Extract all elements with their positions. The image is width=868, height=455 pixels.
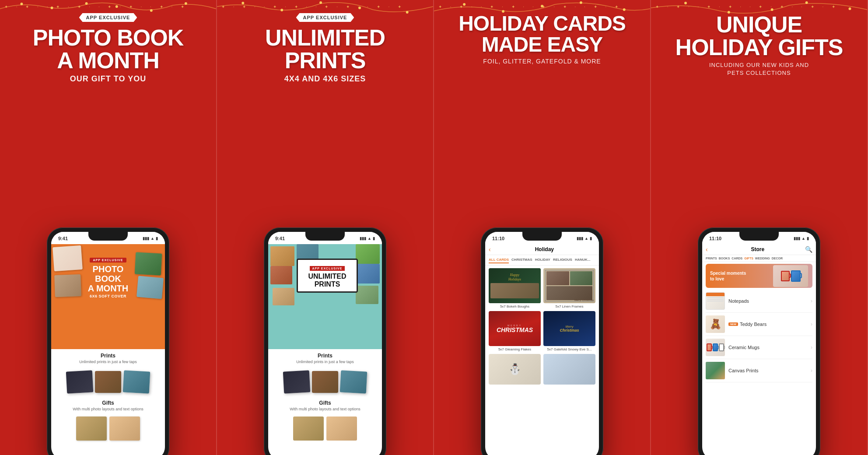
gleaming-christmas: CHRISTMAS <box>497 327 533 333</box>
hero-mug-2 <box>791 270 801 282</box>
panel-3: HOLIDAY CARDSMADE EASY FOIL, GLITTER, GA… <box>434 0 651 455</box>
panel-4-title: UNIQUEHOLIDAY GIFTS <box>660 13 858 59</box>
cards-row-2: ⛄ <box>485 354 599 387</box>
gatefold-merry: Merry <box>560 325 579 328</box>
mug-item-3 <box>719 343 724 351</box>
teal-hero: APP EXCLUSIVE UNLIMITEDPRINTS <box>268 244 382 349</box>
card-gleaming-flakes[interactable]: merry CHRISTMAS 5x7 Gleaming Flakes <box>489 311 541 351</box>
phone-frame-2: 9:41 ▮▮▮ ▲ ▮ <box>264 228 386 455</box>
panel-1-title: PHOTO BOOKA MONTH <box>9 26 207 72</box>
phone-screen-3: 11:10 ▮▮▮ ▲ ▮ ‹ Holiday ALL CARDS CHRIST… <box>485 232 599 455</box>
tab-wedding[interactable]: WEDDING <box>755 257 770 260</box>
panel-1-subtitle: OUR GIFT TO YOU <box>9 74 207 84</box>
list-item-notepads[interactable]: Notepads › <box>706 290 812 313</box>
time-1: 9:41 <box>58 236 68 241</box>
snowman-icon: ⛄ <box>508 363 522 375</box>
hero-content-box-1: APP EXCLUSIVE PHOTOBOOKA MONTH 6x6 soft … <box>56 248 160 298</box>
card-gatefold[interactable]: Merry Christmas 5x7 Gatefold Snowy Eve S… <box>543 311 595 351</box>
phone-notch-2 <box>305 232 345 241</box>
panel-1: APP EXCLUSIVE PHOTO BOOKA MONTH OUR GIFT… <box>0 0 217 455</box>
card-bokeh-img: HappyHolidays <box>489 268 541 303</box>
prints-section-2: Prints Unlimited prints in just a few ta… <box>268 349 382 368</box>
card-linen-frames[interactable]: Merry Christmas 5x7 Linen Frames <box>543 268 595 308</box>
time-3: 11:10 <box>492 236 504 241</box>
battery-icon-3: ▮ <box>590 236 592 241</box>
tab-holiday[interactable]: HOLIDAY <box>535 257 550 263</box>
card-extra <box>543 354 595 385</box>
tab-christmas[interactable]: CHRISTMAS <box>511 257 532 263</box>
teal-bg-photo-7 <box>356 286 378 304</box>
search-icon-store[interactable]: 🔍 <box>805 246 812 253</box>
new-badge-teddy: NEW <box>728 322 738 326</box>
tab-religious[interactable]: RELIGIOUS <box>553 257 572 263</box>
list-item-teddy-bears[interactable]: 🧸 NEW Teddy Bears › <box>706 313 812 336</box>
phone-frame-1: 9:41 ▮▮▮ ▲ ▮ APP EXCLUSI <box>47 228 169 455</box>
prints-photos-1 <box>51 368 165 396</box>
status-icons-3: ▮▮▮ ▲ ▮ <box>577 236 592 241</box>
teddy-img: 🧸 <box>706 315 725 333</box>
battery-icon-4: ▮ <box>807 236 809 241</box>
card-gleaming-label: 5x7 Gleaming Flakes <box>489 347 541 351</box>
print-photo-2-1 <box>283 370 311 393</box>
screen-hero-sub-1: 6x6 soft cover <box>56 294 160 298</box>
store-hero: Special momentsto love <box>706 264 812 288</box>
list-item-canvas-prints[interactable]: Canvas Prints › <box>706 359 812 382</box>
phone-screen-4: 11:10 ▮▮▮ ▲ ▮ ‹ Store 🔍 PRINTS BOOK <box>702 232 816 455</box>
phone-mockup-4: 11:10 ▮▮▮ ▲ ▮ ‹ Store 🔍 PRINTS BOOK <box>698 228 820 455</box>
bokeh-photo <box>490 283 539 298</box>
status-icons-2: ▮▮▮ ▲ ▮ <box>360 236 375 241</box>
gifts-sub-1: With multi photo layouts and text option… <box>56 407 160 411</box>
card-linen-label: 5x7 Linen Frames <box>543 304 595 308</box>
canvas-bg <box>706 362 725 379</box>
panel-2: APP EXCLUSIVE UNLIMITEDPRINTS 4x4 AND 4x… <box>217 0 434 455</box>
battery-icon-2: ▮ <box>373 236 375 241</box>
tab-hanukkah[interactable]: HANUK... <box>575 257 591 263</box>
phone-mockup-3: 11:10 ▮▮▮ ▲ ▮ ‹ Holiday ALL CARDS CHRIST… <box>481 228 603 455</box>
list-item-ceramic-mugs[interactable]: Ceramic Mugs › <box>706 336 812 359</box>
store-nav: ‹ Store 🔍 <box>702 244 816 255</box>
gifts-section-2: Gifts With multi photo layouts and text … <box>268 396 382 415</box>
card-gatefold-img: Merry Christmas <box>543 311 595 346</box>
tab-gifts[interactable]: GIFTS <box>744 257 753 260</box>
panel-1-header: APP EXCLUSIVE PHOTO BOOKA MONTH OUR GIFT… <box>0 0 216 88</box>
card-linen-img: Merry Christmas <box>543 268 595 303</box>
screen-badge-1: APP EXCLUSIVE <box>90 258 127 262</box>
wifi-icon-2: ▲ <box>368 236 371 241</box>
mug-handle-2 <box>800 273 802 278</box>
panel-2-subtitle: 4x4 AND 4x6 SIZES <box>226 74 424 84</box>
back-icon-3[interactable]: ‹ <box>489 246 491 253</box>
tab-all-cards[interactable]: ALL CARDS <box>489 257 509 263</box>
notepads-img <box>706 292 725 310</box>
unlim-badge: APP EXCLUSIVE <box>310 266 345 271</box>
status-icons-1: ▮▮▮ ▲ ▮ <box>143 236 158 241</box>
phone-screen-2: 9:41 ▮▮▮ ▲ ▮ <box>268 232 382 455</box>
holiday-tabs[interactable]: ALL CARDS CHRISTMAS HOLIDAY RELIGIOUS HA… <box>485 255 599 266</box>
mugs-chevron: › <box>811 344 812 350</box>
gift-img-2-2 <box>326 416 357 441</box>
store-tabs[interactable]: PRINTS BOOKS CARDS GIFTS WEDDING DECOR <box>702 255 816 262</box>
print-photo-2 <box>95 371 121 393</box>
tab-prints[interactable]: PRINTS <box>706 257 717 260</box>
phone-screen-1: 9:41 ▮▮▮ ▲ ▮ APP EXCLUSI <box>51 232 165 455</box>
store-nav-title: Store <box>710 246 805 252</box>
bokeh-text: HappyHolidays <box>508 273 521 282</box>
line-2 <box>707 299 724 300</box>
tab-books[interactable]: BOOKS <box>719 257 730 260</box>
tab-cards[interactable]: CARDS <box>732 257 742 260</box>
back-icon-4[interactable]: ‹ <box>706 246 708 253</box>
canvas-chevron: › <box>811 368 812 374</box>
time-2: 9:41 <box>275 236 285 241</box>
teddy-label-area: NEW Teddy Bears <box>728 322 811 327</box>
time-4: 11:10 <box>709 236 721 241</box>
linen-text: Merry Christmas <box>574 299 594 301</box>
line-1 <box>707 297 724 298</box>
app-exclusive-badge-2: APP EXCLUSIVE <box>296 13 354 22</box>
prints-sub-1: Unlimited prints in just a few taps <box>56 360 160 364</box>
card-gleaming-img: merry CHRISTMAS <box>489 311 541 346</box>
tab-decor[interactable]: DECOR <box>772 257 783 260</box>
card-bokeh-boughs[interactable]: HappyHolidays 5x7 Bokeh Boughs <box>489 268 541 308</box>
prints-photos-2 <box>268 368 382 396</box>
notepads-label: Notepads <box>728 298 811 304</box>
gifts-title-1: Gifts <box>56 400 160 406</box>
hero-text-1: Special momentsto love <box>710 270 773 282</box>
